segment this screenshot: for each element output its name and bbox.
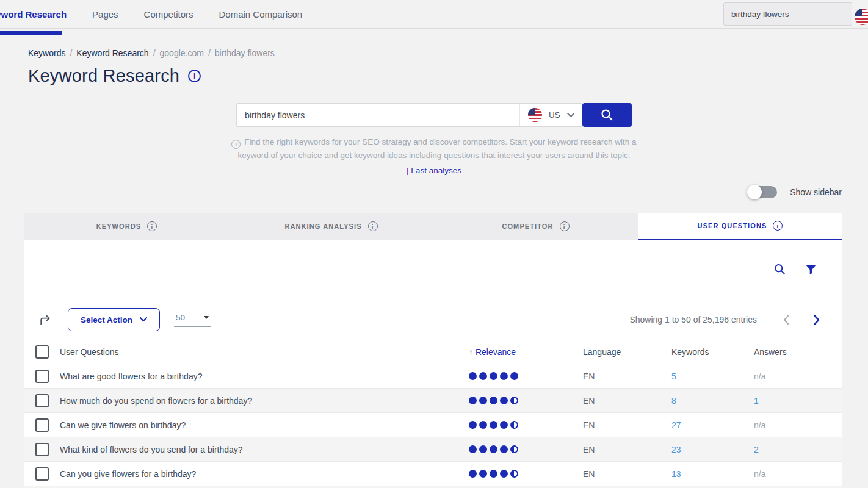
keywords-count-link[interactable]: 8	[671, 396, 676, 406]
nav-item-domain-comparison[interactable]: Domain Comparison	[219, 9, 302, 20]
export-icon[interactable]	[38, 313, 52, 327]
info-icon[interactable]: i	[773, 221, 783, 231]
title-row: Keyword Research i	[28, 66, 868, 86]
keywords-cell: 23	[671, 445, 754, 454]
answers-count-link[interactable]: 1	[754, 396, 759, 406]
tab-label: RANKING ANALYSIS	[284, 223, 361, 230]
tab-user-questions[interactable]: USER QUESTIONSi	[638, 213, 842, 240]
panel-body: Select Action 50 Showing 1 to 50 of 25,1…	[24, 240, 842, 488]
top-navigation: Keyword ResearchPagesCompetitorsDomain C…	[0, 0, 868, 29]
info-icon[interactable]: i	[147, 221, 157, 231]
row-checkbox[interactable]	[35, 394, 49, 407]
nav-item-competitors[interactable]: Competitors	[144, 9, 193, 20]
keyword-research-page: Keyword ResearchPagesCompetitorsDomain C…	[0, 0, 868, 488]
language-value: EN	[583, 396, 671, 406]
language-value: EN	[583, 371, 671, 381]
us-flag-icon[interactable]	[855, 9, 868, 25]
results-panel: KEYWORDSiRANKING ANALYSISiCOMPETITORiUSE…	[24, 213, 842, 488]
nav-item-keyword-research[interactable]: Keyword Research	[0, 9, 67, 20]
keywords-count-link[interactable]: 23	[671, 445, 681, 454]
breadcrumb-item-keywords[interactable]: Keywords	[28, 48, 65, 58]
pagination-next-button[interactable]	[814, 315, 820, 325]
relevance-dots	[469, 421, 583, 429]
table-body: What are good flowers for a birthday?EN5…	[24, 364, 842, 486]
table-search-button[interactable]	[773, 263, 787, 276]
relevance-dot-full-icon	[500, 421, 508, 429]
header-answers[interactable]: Answers	[754, 347, 842, 357]
row-checkbox[interactable]	[35, 467, 49, 481]
breadcrumb-item-keyword-research[interactable]: Keyword Research	[76, 48, 148, 58]
keyword-input[interactable]	[236, 103, 519, 127]
keywords-count-link[interactable]: 5	[671, 371, 676, 381]
last-analyses-row: | Last analyses	[0, 166, 868, 175]
relevance-dot-half-icon	[510, 421, 518, 429]
nav-item-pages[interactable]: Pages	[92, 9, 118, 20]
row-checkbox[interactable]	[35, 370, 49, 383]
table-row: How much do you spend on flowers for a b…	[24, 389, 842, 413]
relevance-dot-half-icon	[510, 396, 518, 404]
search-button[interactable]	[582, 103, 632, 127]
relevance-dot-full-icon	[469, 396, 477, 404]
caret-down-icon	[204, 316, 209, 319]
language-value: EN	[583, 445, 671, 454]
row-checkbox-cell	[24, 394, 60, 407]
tab-competitor[interactable]: COMPETITORi	[433, 213, 638, 240]
sort-arrow-up-icon: ↑	[469, 347, 473, 357]
tab-label: USER QUESTIONS	[698, 222, 767, 229]
header-relevance[interactable]: ↑ Relevance	[469, 347, 583, 357]
relevance-dot-full-icon	[469, 470, 477, 478]
relevance-dots	[469, 445, 583, 453]
table-row: Can you give flowers for a birthday?EN13…	[24, 462, 842, 486]
answers-cell: n/a	[754, 469, 842, 479]
header-user-questions[interactable]: User Questions	[60, 347, 469, 357]
language-value: EN	[583, 469, 671, 479]
breadcrumb-item-birthday-flowers[interactable]: birthday flowers	[215, 48, 275, 58]
keyword-search-block: US iFind the right keywords for your SEO…	[0, 103, 868, 175]
relevance-dot-half-icon	[510, 470, 518, 478]
sidebar-toggle-row: Show sidebar	[0, 185, 842, 199]
top-search-box	[723, 2, 852, 26]
relevance-dot-full-icon	[479, 445, 487, 453]
pagination-prev-button[interactable]	[783, 315, 789, 325]
answers-count-link[interactable]: 2	[754, 445, 759, 454]
select-action-button[interactable]: Select Action	[68, 308, 160, 331]
header-language[interactable]: Language	[583, 347, 671, 357]
select-action-label: Select Action	[81, 315, 132, 325]
breadcrumb-separator: /	[153, 48, 156, 58]
keywords-cell: 13	[671, 469, 754, 479]
keywords-count-link[interactable]: 13	[671, 469, 681, 479]
search-description: iFind the right keywords for your SEO st…	[220, 135, 648, 162]
page-size-select[interactable]: 50	[174, 313, 211, 327]
tab-label: KEYWORDS	[96, 223, 142, 230]
row-checkbox[interactable]	[35, 418, 49, 432]
select-all-checkbox[interactable]	[35, 345, 49, 359]
title-info-icon[interactable]: i	[188, 70, 201, 82]
table-tools	[24, 240, 842, 277]
show-sidebar-toggle[interactable]	[748, 186, 777, 198]
answers-cell: 1	[754, 396, 842, 406]
keywords-count-link[interactable]: 27	[671, 420, 681, 430]
row-checkbox-cell	[24, 467, 60, 481]
search-icon	[600, 108, 614, 122]
show-sidebar-label: Show sidebar	[790, 187, 842, 197]
country-selector[interactable]: US	[519, 103, 582, 127]
keywords-cell: 27	[671, 420, 754, 430]
table-filter-button[interactable]	[805, 264, 817, 276]
last-analyses-link[interactable]: Last analyses	[411, 166, 461, 175]
question-text: Can we give flowers on birthday?	[60, 420, 469, 430]
top-search-input[interactable]	[724, 10, 852, 19]
tab-bar: KEYWORDSiRANKING ANALYSISiCOMPETITORiUSE…	[24, 213, 842, 240]
breadcrumb-item-google-com[interactable]: google.com	[160, 48, 204, 58]
page-title: Keyword Research	[28, 66, 179, 86]
table-row: What are good flowers for a birthday?EN5…	[24, 364, 842, 389]
tab-keywords[interactable]: KEYWORDSi	[24, 213, 229, 240]
table-row: What kind of flowers do you send for a b…	[24, 437, 842, 462]
search-icon	[773, 263, 787, 276]
info-icon[interactable]: i	[560, 221, 570, 231]
relevance-dot-full-icon	[500, 372, 508, 380]
keywords-cell: 8	[671, 396, 754, 406]
tab-ranking-analysis[interactable]: RANKING ANALYSISi	[229, 213, 433, 240]
header-keywords[interactable]: Keywords	[671, 347, 754, 357]
row-checkbox[interactable]	[35, 443, 49, 456]
info-icon[interactable]: i	[368, 221, 378, 231]
